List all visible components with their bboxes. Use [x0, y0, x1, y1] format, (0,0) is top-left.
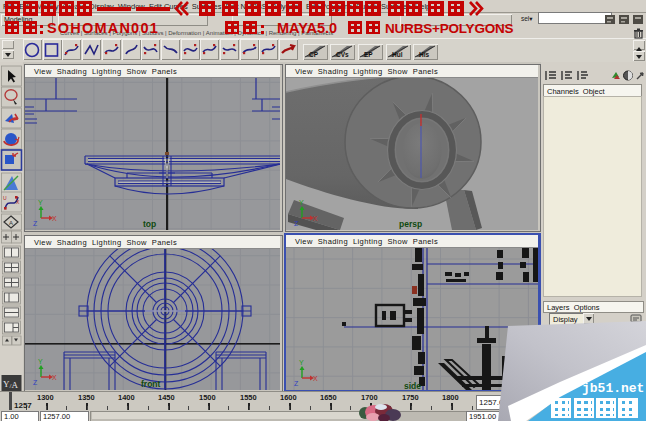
svg-text:jb51.net: jb51.net	[582, 381, 644, 396]
svg-text:X: X	[313, 215, 318, 222]
svg-text:Z: Z	[33, 220, 38, 227]
svg-text:Z: Z	[294, 380, 299, 387]
svg-text:persp: persp	[399, 219, 422, 229]
svg-text:top: top	[143, 219, 156, 229]
svg-text:X: X	[52, 374, 57, 381]
svg-text:Y/A: Y/A	[3, 379, 18, 390]
svg-text:X: X	[313, 375, 318, 382]
svg-text:X: X	[52, 215, 57, 222]
svg-text:U: U	[3, 195, 7, 201]
svg-text:Y: Y	[299, 359, 304, 366]
svg-text:A: A	[9, 220, 13, 226]
svg-text:side: side	[404, 381, 421, 390]
svg-text:Y: Y	[38, 358, 43, 365]
svg-text:front: front	[141, 379, 161, 389]
svg-text:Z: Z	[33, 379, 38, 386]
svg-text:Y: Y	[299, 199, 304, 206]
svg-text:Y: Y	[38, 199, 43, 206]
svg-text:Z: Z	[294, 220, 299, 227]
